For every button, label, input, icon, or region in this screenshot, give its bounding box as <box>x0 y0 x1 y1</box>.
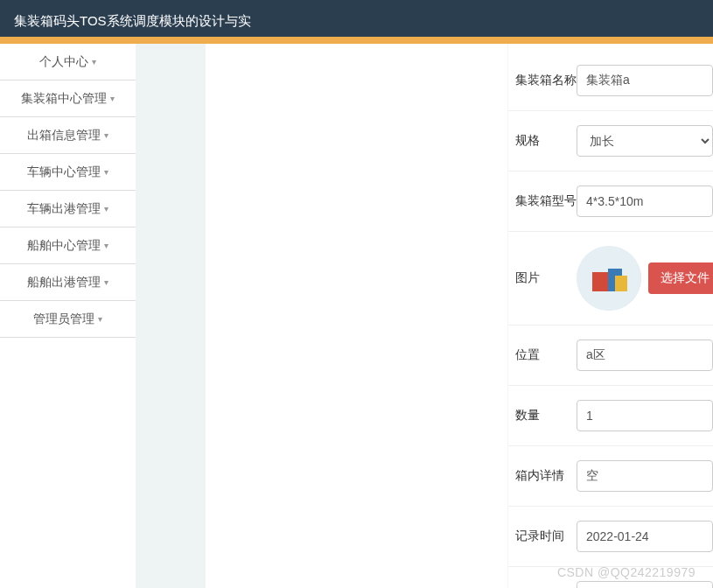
choose-file-button[interactable]: 选择文件 <box>648 262 713 294</box>
input-location[interactable] <box>577 340 713 371</box>
sidebar-item-label: 船舶中心管理 <box>27 238 101 254</box>
form-row-method: 出项方式 车辆 <box>508 567 713 588</box>
caret-down-icon: ▾ <box>104 277 108 287</box>
sidebar-item-label: 出箱信息管理 <box>27 128 101 144</box>
form-row-quantity: 数量 <box>508 386 713 446</box>
sidebar: 个人中心 ▾ 集装箱中心管理 ▾ 出箱信息管理 ▾ 车辆中心管理 ▾ 车辆出港管… <box>0 44 136 588</box>
label-image: 图片 <box>515 270 577 286</box>
sidebar-item-container-mgmt[interactable]: 集装箱中心管理 ▾ <box>0 80 136 117</box>
input-detail[interactable] <box>577 460 713 492</box>
form-row-location: 位置 <box>508 326 713 386</box>
form-panel: 集装箱名称 规格 加长 集装箱型号 图片 选择文件 <box>507 44 713 588</box>
label-name: 集装箱名称 <box>515 73 577 88</box>
input-quantity[interactable] <box>577 400 713 431</box>
thumbnail-image <box>577 246 641 311</box>
form-row-detail: 箱内详情 <box>508 446 713 507</box>
sidebar-item-label: 船舶出港管理 <box>27 275 101 290</box>
caret-down-icon: ▾ <box>92 57 96 66</box>
sidebar-item-label: 车辆出港管理 <box>27 201 101 217</box>
label-location: 位置 <box>515 347 577 363</box>
caret-down-icon: ▾ <box>98 314 102 324</box>
caret-down-icon: ▾ <box>110 94 115 103</box>
input-model[interactable] <box>577 186 713 217</box>
sidebar-item-personal[interactable]: 个人中心 ▾ <box>0 44 136 80</box>
input-recordtime[interactable] <box>577 521 713 552</box>
form-row-name: 集装箱名称 <box>508 51 713 111</box>
label-model: 集装箱型号 <box>515 193 577 209</box>
select-method[interactable]: 车辆 <box>577 581 713 588</box>
form-row-image: 图片 选择文件 <box>508 232 713 326</box>
select-spec[interactable]: 加长 <box>577 125 713 157</box>
orange-bar <box>0 37 713 44</box>
caret-down-icon: ▾ <box>104 130 108 140</box>
sidebar-item-label: 车辆中心管理 <box>27 164 101 180</box>
gap-panel <box>136 44 206 588</box>
sidebar-item-outbox-mgmt[interactable]: 出箱信息管理 ▾ <box>0 117 136 154</box>
label-spec: 规格 <box>515 133 577 149</box>
label-quantity: 数量 <box>515 408 577 424</box>
page-title: 集装箱码头TOS系统调度模块的设计与实 <box>14 13 251 30</box>
sidebar-item-label: 管理员管理 <box>33 312 94 327</box>
container: 个人中心 ▾ 集装箱中心管理 ▾ 出箱信息管理 ▾ 车辆中心管理 ▾ 车辆出港管… <box>0 44 713 588</box>
sidebar-item-ship-mgmt[interactable]: 船舶中心管理 ▾ <box>0 228 136 264</box>
svg-rect-3 <box>615 276 627 291</box>
form-row-spec: 规格 加长 <box>508 111 713 172</box>
sidebar-item-label: 集装箱中心管理 <box>21 91 107 107</box>
caret-down-icon: ▾ <box>104 204 108 214</box>
container-image-icon <box>577 246 641 311</box>
label-detail: 箱内详情 <box>515 468 577 484</box>
input-name[interactable] <box>577 65 713 96</box>
sidebar-item-vehicle-depart[interactable]: 车辆出港管理 ▾ <box>0 191 136 228</box>
sidebar-item-admin-mgmt[interactable]: 管理员管理 ▾ <box>0 301 136 338</box>
header: 集装箱码头TOS系统调度模块的设计与实 <box>0 5 713 37</box>
form-row-recordtime: 记录时间 <box>508 507 713 567</box>
caret-down-icon: ▾ <box>104 241 108 250</box>
sidebar-item-label: 个人中心 <box>39 54 88 70</box>
form-row-model: 集装箱型号 <box>508 172 713 232</box>
sidebar-item-ship-depart[interactable]: 船舶出港管理 ▾ <box>0 264 136 301</box>
caret-down-icon: ▾ <box>104 167 108 177</box>
svg-rect-1 <box>592 272 608 291</box>
main-area <box>206 44 507 588</box>
sidebar-item-vehicle-mgmt[interactable]: 车辆中心管理 ▾ <box>0 154 136 191</box>
label-recordtime: 记录时间 <box>515 528 577 544</box>
